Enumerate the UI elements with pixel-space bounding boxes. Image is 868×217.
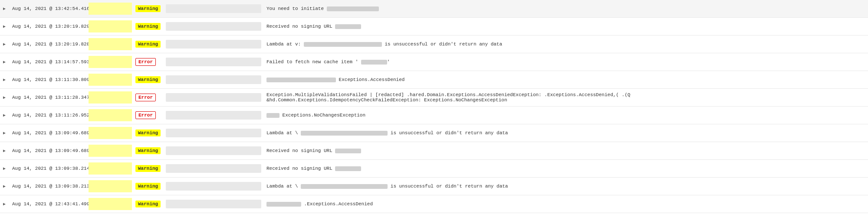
highlight-bar [89, 20, 132, 32]
level-badge: Error [135, 94, 156, 101]
redacted-value [301, 184, 388, 189]
expand-arrow[interactable]: ▶ [0, 148, 9, 153]
log-level-col: Warning [134, 5, 164, 12]
level-badge: Warning [135, 23, 161, 30]
log-message: Exception.MultipleValidationsFailed | [r… [263, 92, 868, 103]
log-message: .Exceptions.AccessDenied [263, 201, 868, 207]
source-field [166, 146, 261, 155]
source-field [166, 182, 261, 191]
log-level-col: Warning [134, 76, 164, 83]
level-badge: Warning [135, 183, 161, 190]
expand-arrow[interactable]: ▶ [0, 59, 9, 65]
table-row: ▶Aug 14, 2021 @ 13:09:38.213WarningLambd… [0, 178, 868, 195]
log-message: You need to initiate [263, 6, 868, 11]
level-badge: Warning [135, 5, 161, 12]
expand-arrow[interactable]: ▶ [0, 6, 9, 11]
source-field [166, 129, 261, 137]
redacted-value [335, 149, 361, 153]
expand-arrow[interactable]: ▶ [0, 24, 9, 29]
table-row: ▶Aug 14, 2021 @ 13:42:54.416WarningYou n… [0, 0, 868, 18]
expand-arrow[interactable]: ▶ [0, 130, 9, 136]
log-message: Exceptions.NoChangesException [263, 113, 868, 118]
highlight-bar [89, 38, 132, 50]
table-row: ▶Aug 14, 2021 @ 13:20:19.829WarningRecei… [0, 18, 868, 36]
highlight-bar [89, 198, 132, 210]
expand-arrow[interactable]: ▶ [0, 201, 9, 207]
highlight-bar [89, 162, 132, 175]
redacted-value [335, 24, 361, 29]
timestamp: Aug 14, 2021 @ 13:14:57.593 [9, 59, 87, 65]
redacted-prefix [266, 78, 336, 82]
highlight-bar [89, 127, 132, 139]
timestamp: Aug 14, 2021 @ 13:11:28.347 [9, 95, 87, 100]
source-field [166, 58, 261, 66]
expand-arrow[interactable]: ▶ [0, 113, 9, 118]
timestamp: Aug 14, 2021 @ 13:11:30.809 [9, 77, 87, 82]
highlight-bar [89, 145, 132, 157]
log-message: Lambda at v: is unsuccessful or didn't r… [263, 42, 868, 47]
table-row: ▶Aug 14, 2021 @ 13:11:26.952Error Except… [0, 107, 868, 124]
log-level-col: Error [134, 58, 164, 66]
timestamp: Aug 14, 2021 @ 13:09:38.214 [9, 166, 87, 171]
level-badge: Warning [135, 147, 161, 154]
redacted-value [304, 42, 382, 47]
timestamp: Aug 14, 2021 @ 13:11:26.952 [9, 113, 87, 118]
log-level-col: Error [134, 94, 164, 101]
redacted-value [335, 166, 361, 171]
table-row: ▶Aug 14, 2021 @ 13:14:57.593ErrorFailed … [0, 53, 868, 71]
expand-arrow[interactable]: ▶ [0, 77, 9, 82]
timestamp: Aug 14, 2021 @ 13:20:19.828 [9, 42, 87, 47]
table-row: ▶Aug 14, 2021 @ 13:20:19.828WarningLambd… [0, 36, 868, 53]
level-badge: Error [135, 58, 156, 66]
expand-arrow[interactable]: ▶ [0, 166, 9, 171]
table-row: ▶Aug 14, 2021 @ 13:11:28.347ErrorExcepti… [0, 89, 868, 107]
highlight-bar [89, 180, 132, 192]
log-level-col: Warning [134, 201, 164, 207]
source-field [166, 111, 261, 120]
source-field [166, 200, 261, 208]
source-field [166, 4, 261, 13]
timestamp: Aug 14, 2021 @ 13:09:49.689 [9, 148, 87, 153]
source-field [166, 75, 261, 84]
expand-arrow[interactable]: ▶ [0, 184, 9, 189]
log-level-col: Warning [134, 183, 164, 190]
highlight-bar [89, 3, 132, 15]
log-message: Lambda at \ is unsuccessful or didn't re… [263, 130, 868, 136]
expand-arrow[interactable]: ▶ [0, 42, 9, 47]
log-message: Received no signing URL [263, 148, 868, 153]
level-badge: Warning [135, 130, 161, 136]
log-level-col: Error [134, 111, 164, 119]
redacted-value [327, 6, 379, 11]
highlight-bar [89, 109, 132, 121]
source-field [166, 164, 261, 173]
highlight-bar [89, 74, 132, 86]
log-level-col: Warning [134, 130, 164, 136]
table-row: ▶Aug 14, 2021 @ 13:09:49.689WarningLambd… [0, 124, 868, 142]
highlight-bar [89, 91, 132, 104]
level-badge: Warning [135, 165, 161, 172]
level-badge: Warning [135, 41, 161, 48]
log-message: Exceptions.AccessDenied [263, 77, 868, 82]
level-badge: Error [135, 111, 156, 119]
log-message: Lambda at \ is unsuccessful or didn't re… [263, 184, 868, 189]
source-field [166, 22, 261, 31]
timestamp: Aug 14, 2021 @ 13:20:19.829 [9, 24, 87, 29]
source-field [166, 93, 261, 102]
redacted-value [301, 131, 388, 136]
timestamp: Aug 14, 2021 @ 13:42:54.416 [9, 6, 87, 11]
log-message: Received no signing URL [263, 24, 868, 29]
redacted-prefix [266, 202, 301, 207]
expand-arrow[interactable]: ▶ [0, 95, 9, 100]
table-row: ▶Aug 14, 2021 @ 12:43:41.499Warning .Exc… [0, 195, 868, 213]
log-level-col: Warning [134, 23, 164, 30]
log-level-col: Warning [134, 165, 164, 172]
timestamp: Aug 14, 2021 @ 12:43:41.499 [9, 201, 87, 207]
highlight-bar [89, 56, 132, 68]
table-row: ▶Aug 14, 2021 @ 13:09:49.689WarningRecei… [0, 142, 868, 160]
redacted-value [361, 60, 387, 65]
log-table: ▶Aug 14, 2021 @ 13:42:54.416WarningYou n… [0, 0, 868, 213]
log-level-col: Warning [134, 147, 164, 154]
log-message: Received no signing URL [263, 166, 868, 171]
level-badge: Warning [135, 201, 161, 207]
log-message: Failed to fetch new cache item ' ' [263, 59, 868, 65]
